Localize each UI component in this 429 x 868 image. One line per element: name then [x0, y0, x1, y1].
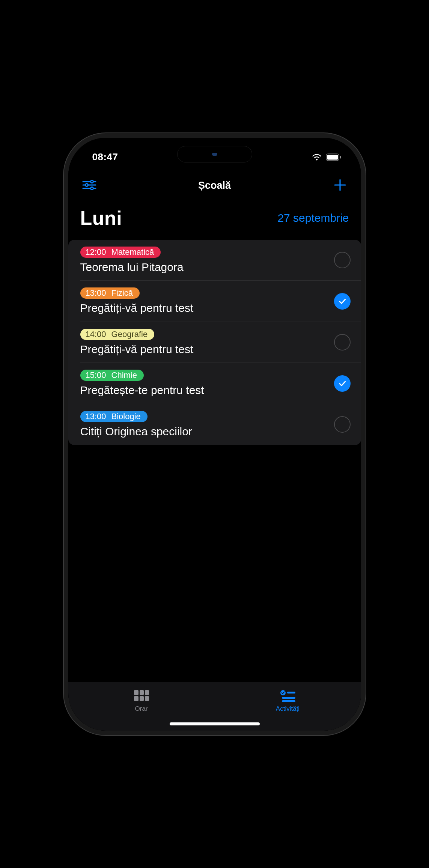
subject-badge: 12:00Matematică: [80, 247, 161, 258]
sliders-icon: [82, 179, 96, 192]
status-icons: [312, 153, 342, 161]
subject-badge: 13:00Biologie: [80, 411, 148, 422]
task-content: 14:00GeografiePregătiți-vă pentru test: [80, 329, 327, 357]
svg-point-6: [90, 180, 93, 183]
task-title: Teorema lui Pitagora: [80, 260, 327, 274]
day-name: Luni: [80, 207, 122, 229]
svg-rect-12: [140, 690, 144, 695]
badge-time: 13:00: [86, 288, 106, 298]
home-indicator: [170, 722, 260, 725]
check-circle[interactable]: [334, 375, 351, 392]
battery-icon: [326, 153, 342, 161]
task-content: 12:00MatematicăTeorema lui Pitagora: [80, 247, 327, 274]
badge-time: 13:00: [86, 412, 106, 421]
svg-point-7: [85, 184, 88, 186]
badge-subject: Chimie: [111, 370, 137, 380]
check-circle[interactable]: [334, 334, 351, 351]
svg-rect-20: [282, 700, 295, 702]
dynamic-island: [177, 146, 252, 162]
task-title: Pregătiți-vă pentru test: [80, 342, 327, 357]
camera-dot: [212, 153, 217, 156]
screen: 08:47: [68, 138, 361, 731]
svg-rect-2: [340, 156, 341, 158]
check-circle[interactable]: [334, 252, 351, 268]
content-area: 12:00MatematicăTeorema lui Pitagora13:00…: [68, 240, 361, 682]
tab-activities[interactable]: Activități: [215, 682, 361, 719]
nav-title: Școală: [198, 180, 231, 191]
badge-time: 12:00: [86, 247, 106, 257]
task-content: 13:00BiologieCitiți Originea speciilor: [80, 411, 327, 439]
tab-label: Orar: [135, 705, 148, 713]
task-content: 15:00ChimiePregătește-te pentru test: [80, 370, 327, 397]
task-title: Pregătește-te pentru test: [80, 383, 327, 397]
badge-subject: Geografie: [111, 329, 148, 339]
svg-rect-13: [145, 690, 149, 695]
nav-bar: Școală: [68, 171, 361, 200]
task-row[interactable]: 14:00GeografiePregătiți-vă pentru test: [68, 322, 361, 363]
svg-rect-14: [134, 696, 138, 701]
badge-time: 14:00: [86, 329, 106, 339]
badge-subject: Biologie: [111, 412, 141, 421]
svg-rect-18: [287, 692, 295, 693]
plus-icon: [334, 179, 346, 193]
badge-subject: Fizică: [111, 288, 133, 298]
svg-point-8: [90, 187, 93, 190]
day-header: Luni 27 septembrie: [68, 200, 361, 240]
grid-icon: [133, 689, 150, 703]
task-row[interactable]: 13:00FizicăPregătiți-vă pentru test: [68, 281, 361, 322]
badge-subject: Matematică: [111, 247, 154, 257]
checklist-icon: [280, 689, 296, 703]
tab-schedule[interactable]: Orar: [68, 682, 215, 719]
task-title: Pregătiți-vă pentru test: [80, 301, 327, 315]
filter-button[interactable]: [80, 177, 98, 195]
svg-rect-16: [145, 696, 149, 701]
add-button[interactable]: [331, 177, 349, 195]
subject-badge: 15:00Chimie: [80, 370, 144, 381]
svg-rect-15: [140, 696, 144, 701]
wifi-icon: [312, 153, 322, 161]
svg-rect-1: [327, 155, 338, 159]
subject-badge: 13:00Fizică: [80, 287, 140, 299]
task-row[interactable]: 13:00BiologieCitiți Originea speciilor: [68, 404, 361, 445]
svg-rect-19: [282, 697, 295, 699]
svg-rect-11: [134, 690, 138, 695]
badge-time: 15:00: [86, 370, 106, 380]
task-row[interactable]: 12:00MatematicăTeorema lui Pitagora: [68, 240, 361, 281]
status-time: 08:47: [92, 151, 118, 163]
check-circle[interactable]: [334, 416, 351, 433]
tab-label: Activități: [276, 705, 300, 713]
day-date[interactable]: 27 septembrie: [277, 212, 349, 224]
check-circle[interactable]: [334, 293, 351, 310]
subject-badge: 14:00Geografie: [80, 329, 155, 340]
task-content: 13:00FizicăPregătiți-vă pentru test: [80, 287, 327, 315]
task-list: 12:00MatematicăTeorema lui Pitagora13:00…: [68, 240, 361, 445]
device-frame: 08:47: [68, 138, 361, 731]
task-title: Citiți Originea speciilor: [80, 424, 327, 439]
task-row[interactable]: 15:00ChimiePregătește-te pentru test: [68, 363, 361, 404]
